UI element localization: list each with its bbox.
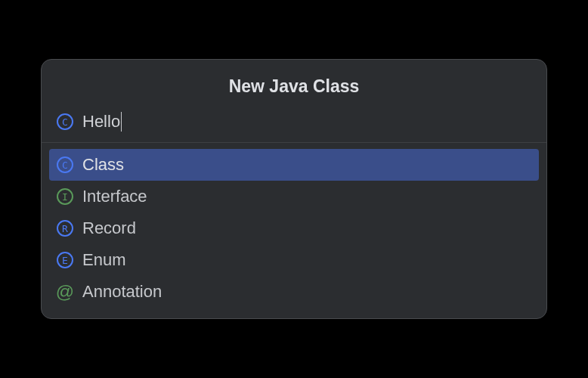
class-icon: C (57, 156, 73, 173)
new-java-class-dialog: New Java Class C Hello C Class I Interfa… (41, 59, 547, 319)
type-option-record[interactable]: R Record (49, 212, 539, 244)
name-input[interactable]: Hello (82, 112, 120, 132)
name-input-row[interactable]: C Hello (42, 112, 546, 142)
type-option-label: Enum (82, 250, 125, 270)
annotation-icon: @ (57, 284, 73, 300)
type-option-interface[interactable]: I Interface (49, 181, 539, 212)
class-icon: C (57, 113, 73, 130)
divider (42, 142, 546, 143)
type-list: C Class I Interface R Record E Enum @ An… (42, 149, 546, 308)
type-option-annotation[interactable]: @ Annotation (49, 276, 539, 308)
enum-icon: E (57, 252, 73, 268)
name-input-wrapper[interactable]: Hello (82, 112, 531, 132)
type-option-label: Record (82, 218, 136, 238)
type-option-enum[interactable]: E Enum (49, 244, 539, 276)
text-caret (121, 112, 122, 132)
record-icon: R (57, 220, 73, 237)
dialog-title: New Java Class (42, 60, 546, 112)
type-option-label: Interface (82, 187, 147, 206)
type-option-label: Class (82, 155, 124, 175)
interface-icon: I (57, 188, 73, 205)
type-option-class[interactable]: C Class (49, 149, 539, 181)
type-option-label: Annotation (82, 282, 162, 302)
